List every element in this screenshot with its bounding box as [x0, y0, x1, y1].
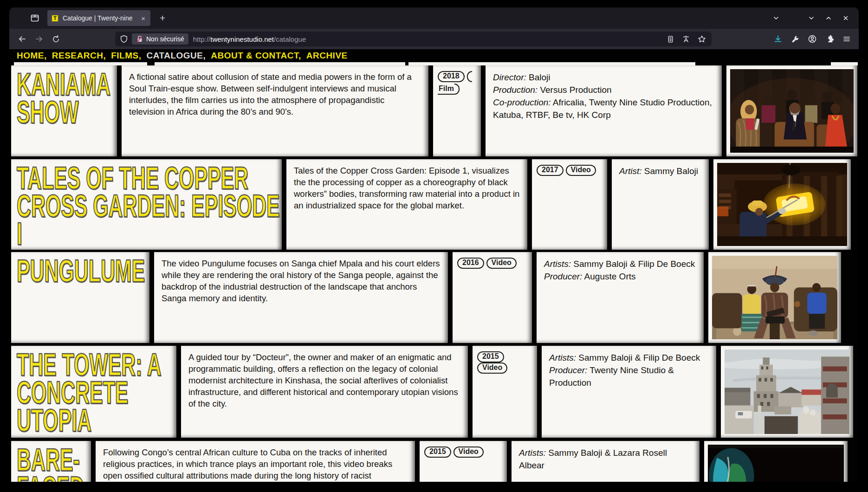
entry-description-card: Following Congo’s central African cultur… [96, 441, 415, 482]
window-minimize-icon[interactable] [806, 13, 817, 24]
credit-label: Producer: [549, 365, 587, 375]
entry-photo-projection [708, 445, 844, 482]
entry-title: PUNGULUME [17, 257, 100, 285]
entry-photo-foundry [717, 163, 847, 246]
entry-title: KANIAMA [17, 70, 80, 98]
catalogue-row: PUNGULUME The video Pungulume focuses on… [9, 252, 859, 343]
url-text[interactable]: http://twentyninestudio.net/catalogue [193, 35, 667, 43]
catalogue-row: THE TOWER: ACONCRETEUTOPIA A guided tour… [9, 346, 859, 438]
credit-line: Director: Baloji [493, 71, 714, 84]
url-bar[interactable]: Non sécurisé http://twentyninestudio.net… [115, 32, 712, 46]
new-tab-button[interactable]: + [156, 12, 169, 25]
scrolled-card-sliver [155, 62, 405, 65]
extensions-puzzle-icon[interactable] [824, 33, 835, 45]
entry-title: THE TOWER: A [17, 350, 117, 378]
window-close-icon[interactable] [840, 13, 851, 24]
entry-image-card[interactable] [708, 252, 841, 343]
catalogue-row: BARE-FACED Following Congo’s central Afr… [9, 441, 859, 482]
entry-description: Following Congo’s central African cultur… [103, 447, 392, 482]
wrench-icon[interactable] [790, 33, 801, 45]
page-content: HOME, RESEARCH, FILMS, CATALOGUE, ABOUT … [9, 49, 859, 482]
forward-icon[interactable] [32, 32, 45, 45]
entry-credits-card: Artists: Sammy Baloji & Lazara Rosell Al… [512, 441, 700, 482]
url-host: twentyninestudio.net [210, 35, 274, 43]
credit-line: Artists: Sammy Baloji & Filip De Boeck [549, 351, 709, 364]
credit-line: Producer: Auguste Orts [544, 270, 696, 283]
firefox-view-icon[interactable] [29, 12, 41, 24]
entry-meta-card: 2015Video [473, 346, 537, 438]
reload-icon[interactable] [49, 32, 62, 45]
credit-label: Producer: [544, 272, 582, 281]
nav-item-films[interactable]: FILMS, [111, 51, 141, 61]
entry-meta-card: 2015Video [420, 441, 507, 482]
account-icon[interactable] [807, 33, 818, 45]
entry-title-card[interactable]: TALES OF THE COPPERCROSS GARDEN: EPISODE… [11, 159, 282, 250]
nav-item-catalogue[interactable]: CATALOGUE, [146, 51, 206, 61]
entry-description: A guided tour by “Docteur”, the owner an… [188, 352, 458, 408]
entry-image-card[interactable] [704, 441, 848, 482]
entry-title-card[interactable]: THE TOWER: ACONCRETEUTOPIA [11, 346, 176, 438]
entry-title-card[interactable]: PUNGULUME [11, 252, 149, 343]
type-badge: Film [438, 84, 454, 95]
entry-meta-card: 2018 Film [433, 65, 481, 156]
entry-title-card[interactable]: KANIAMASHOW [11, 65, 117, 156]
tracking-shield-icon[interactable] [120, 35, 128, 43]
credit-line: Artists: Sammy Baloji & Lazara Rosell Al… [519, 447, 692, 472]
downloads-icon[interactable] [772, 33, 784, 45]
back-icon[interactable] [16, 32, 29, 45]
year-badge: 2017 [537, 165, 564, 176]
nav-item-archive[interactable]: ARCHIVE [306, 51, 348, 61]
entry-image-card[interactable] [726, 65, 857, 156]
entry-image-card[interactable] [713, 159, 851, 250]
security-chip[interactable]: Non sécurisé [132, 33, 188, 45]
entry-description-card: A guided tour by “Docteur”, the owner an… [181, 346, 468, 438]
nav-item-about-contact[interactable]: ABOUT & CONTACT, [211, 51, 301, 61]
catalogue-row: TALES OF THE COPPERCROSS GARDEN: EPISODE… [9, 159, 859, 250]
window-maximize-icon[interactable] [823, 13, 834, 24]
credit-label: Artists: [519, 448, 546, 458]
reader-mode-icon[interactable] [667, 35, 674, 43]
entry-credits-card: Artists: Sammy Baloji & Filip De Boeck P… [542, 346, 716, 438]
nav-item-home[interactable]: HOME, [17, 51, 47, 61]
entry-description: The video Pungulume focuses on Sanga chi… [162, 259, 440, 303]
browser-tab[interactable]: T Catalogue | Twenty-nine × [47, 10, 150, 26]
entry-title: BARE- [17, 446, 64, 473]
credit-label: Artist: [619, 166, 642, 176]
menu-hamburger-icon[interactable] [841, 33, 852, 45]
entry-description-card: The video Pungulume focuses on Sanga chi… [154, 252, 448, 343]
credit-label: Co-production: [493, 97, 551, 107]
credit-line: Artist: Sammy Baloji [619, 165, 701, 177]
url-scheme: http:// [193, 35, 211, 43]
credit-value: Sammy Baloji & Filip De Boeck [578, 353, 700, 363]
scrolled-card-sliver [14, 62, 147, 65]
year-badge: 2015 [477, 351, 504, 363]
tab-list-chevron-icon[interactable] [771, 13, 782, 24]
credit-value: Baloji [529, 72, 550, 82]
credit-label: Artists: [549, 353, 576, 363]
tab-close-icon[interactable]: × [140, 14, 147, 22]
entry-description-card: A fictional satire about collusion of st… [122, 65, 428, 156]
credit-line: Production: Versus Production [493, 84, 714, 96]
bookmark-star-icon[interactable] [698, 35, 706, 43]
browser-toolbar: Non sécurisé http://twentyninestudio.net… [9, 29, 859, 49]
entry-title-card[interactable]: BARE-FACED [11, 441, 91, 482]
entry-meta-card: 2017Video [532, 159, 607, 250]
credit-line: Co-production: Africalia, Twenty Nine St… [493, 96, 714, 121]
tab-title: Catalogue | Twenty-nine [63, 14, 140, 22]
year-badge: 2018 [438, 71, 465, 82]
badge-fragment [467, 71, 472, 82]
type-badge: Video [486, 258, 517, 269]
nav-item-research[interactable]: RESEARCH, [52, 51, 106, 61]
credit-line: Producer: Twenty Nine Studio & Productio… [549, 364, 709, 389]
puzzle-glyph [825, 35, 834, 44]
entry-credits-card: Director: Baloji Production: Versus Prod… [486, 65, 722, 156]
entry-image-card[interactable] [721, 346, 853, 438]
credit-label: Production: [493, 85, 538, 95]
entry-photo-tower [725, 350, 849, 434]
credit-value: Versus Production [540, 85, 611, 95]
credit-label: Artists: [544, 259, 571, 269]
credit-label: Director: [493, 72, 526, 82]
entry-description: Tales of the Copper Cross Garden: Episod… [294, 166, 519, 210]
translate-icon[interactable] [682, 35, 690, 43]
year-badge: 2015 [424, 447, 451, 458]
